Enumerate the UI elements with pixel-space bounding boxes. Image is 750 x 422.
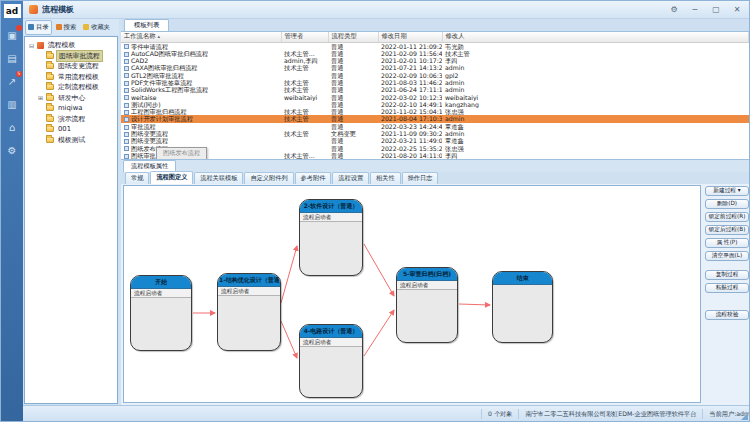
table-row[interactable]: 审批流程普通2022-03-23 14:24:40覃道鑫 (121, 123, 749, 130)
modifier-cell: admin (442, 86, 749, 93)
column-header[interactable]: 修改日期 (378, 32, 442, 42)
table-row[interactable]: 图纸发布流程普通2022-02-25 15:35:27张忠强 (121, 145, 749, 152)
manager-cell (281, 145, 328, 152)
flow-node-circuit-design[interactable]: 4-电路设计（普通）流程启动者 (299, 324, 363, 398)
modifier-cell: 覃道鑫 (442, 137, 749, 144)
manager-cell (281, 123, 328, 130)
workflow-icon (124, 117, 129, 122)
side-buttons: 新建过程 ▾删除(D)锁定前过程(R)锁定后过程(B)属 性(P)清空界面(L)… (705, 186, 749, 323)
flow-action-button[interactable]: 清空界面(L) (705, 251, 749, 261)
flow-node-structure-design[interactable]: 1-结构优化设计（普通）流程启动者 (217, 273, 281, 351)
flow-action-button[interactable]: 删除(D) (705, 199, 749, 209)
tree-item[interactable]: 演示流程 (25, 114, 117, 125)
flow-action-button[interactable]: 复制过程 (705, 270, 749, 280)
maximize-control-icon[interactable]: ▢ (710, 5, 722, 14)
expander-icon[interactable]: ⊟ (28, 42, 35, 49)
properties-tab[interactable]: 自定义附件列 (244, 172, 293, 184)
tree-item[interactable]: 定制流程模板 (25, 82, 117, 93)
column-header[interactable]: 修改人 (442, 32, 749, 42)
table-row[interactable]: weitaiseweibaitaiyi普通2022-03-02 10:12:36… (121, 94, 749, 101)
template-list-tab[interactable]: 模板列表 (124, 19, 169, 31)
company-label: 南宁市二零二五科技有限公司彩虹EDM-企业图纸管理软件平台 (518, 409, 702, 419)
settings-control-icon[interactable]: ⚙ (668, 5, 680, 14)
folder-icon (46, 105, 54, 111)
tree-item[interactable]: 模板测试 (25, 135, 117, 146)
template-table-wrap: 工作流名称▴管理者流程类型修改日期修改人 零件申请流程普通2022-01-11 … (121, 32, 749, 159)
settings-icon[interactable]: ⚙ (1, 139, 23, 162)
flow-action-button[interactable]: 锁定后过程(B) (705, 225, 749, 235)
expander-icon[interactable]: ⊞ (37, 94, 44, 101)
directory-tab[interactable]: 目录 (25, 20, 52, 35)
properties-tab[interactable]: 参考附件 (295, 172, 332, 184)
folder-icon (46, 63, 54, 69)
properties-tab[interactable]: 流程关联模板 (194, 172, 243, 184)
flow-node-review-archive[interactable]: 5-审查归档(归档)流程启动者 (396, 267, 458, 343)
properties-tab[interactable]: 常规 (125, 172, 149, 184)
table-row[interactable]: 设计开发计划审批流程技术主管普通2021-08-04 17:10:36admin (121, 115, 749, 122)
column-header[interactable]: 流程类型 (328, 32, 378, 42)
manager-cell (281, 42, 328, 50)
workflow-icon (124, 59, 129, 64)
content-panel: 模板列表 工作流名称▴管理者流程类型修改日期修改人 零件申请流程普通2022-0… (121, 19, 749, 405)
type-cell: 普通 (328, 101, 378, 108)
search-tab[interactable]: 搜索 (53, 20, 80, 35)
table-row[interactable]: 零件申请流程普通2022-01-11 21:09:29韦光勋 (121, 42, 749, 50)
column-header[interactable]: 管理者 (281, 32, 328, 42)
table-row[interactable]: AutoCAD图纸审批归档流程技术主管...普通2021-02-09 11:56… (121, 50, 749, 57)
favorites-tab[interactable]: 收藏夹 (80, 20, 113, 35)
manager-cell (281, 101, 328, 108)
flow-node-software-design[interactable]: 2-软件设计（普通）流程启动者 (299, 199, 363, 276)
tree-item[interactable]: 图纸审批流程 (25, 51, 117, 62)
folder-tree: ⊟流程模板图纸审批流程图纸变更流程常用流程模板定制流程模板⊞研发中心miqiwa… (24, 36, 118, 404)
table-row[interactable]: CAD2admin,李四普通2021-02-01 10:17:29李四 (121, 57, 749, 64)
workflow-icon (124, 125, 129, 130)
tree-root-label: 流程模板 (46, 40, 77, 50)
table-row[interactable]: CAXA图纸审批归档流程技术主管普通2021-07-21 14:13:21adm… (121, 64, 749, 71)
minimize-control-icon[interactable]: ─ (689, 5, 701, 14)
resize-grip[interactable] (741, 413, 748, 420)
properties-tab[interactable]: 流程图定义 (150, 171, 193, 184)
table-row[interactable]: 测试(同步)普通2022-02-10 14:49:12kangzhang (121, 101, 749, 108)
properties-tab[interactable]: 相关性 (370, 172, 401, 184)
table-row[interactable]: SolidWorks工程图审批流程技术主管普通2021-06-24 17:11:… (121, 86, 749, 93)
table-row[interactable]: 图纸审批技术主管...普通2021-08-20 14:11:08李四 (121, 152, 749, 159)
documents-icon[interactable]: ▤ (1, 47, 23, 70)
modified-date-cell: 2021-07-21 14:13:21 (378, 64, 442, 71)
properties-tab[interactable]: 流程设置 (332, 172, 369, 184)
modified-date-cell: 2022-03-02 10:12:36 (378, 94, 442, 101)
flow-node-end[interactable]: 结束 (492, 271, 553, 343)
copy-icon[interactable]: ▥ (1, 93, 23, 116)
modifier-cell: 技术主管 (442, 50, 749, 57)
flow-node-subtitle: 流程启动者 (300, 213, 362, 222)
flow-action-button[interactable]: 属 性(P) (705, 238, 749, 248)
flow-action-button[interactable]: 锁定前过程(R) (705, 212, 749, 222)
flow-action-button[interactable]: 流程校验 (705, 310, 749, 320)
modifier-cell: 张忠强 (442, 108, 749, 115)
folder-icon (46, 95, 54, 101)
tree-item[interactable]: 图纸变更流程 (25, 61, 117, 72)
activity-chart-icon[interactable]: ↗5 (1, 70, 23, 93)
flow-canvas[interactable]: 开始流程启动者1-结构优化设计（普通）流程启动者2-软件设计（普通）流程启动者4… (123, 185, 701, 403)
properties-body: 开始流程启动者1-结构优化设计（普通）流程启动者2-软件设计（普通）流程启动者4… (121, 184, 749, 405)
tree-item[interactable]: 常用流程模板 (25, 72, 117, 83)
table-row[interactable]: GTL2图纸审批流程普通2022-02-09 10:06:32gpl2 (121, 72, 749, 79)
tree-item[interactable]: miqiwa (25, 103, 117, 114)
properties-tab[interactable]: 操作日志 (402, 172, 439, 184)
table-row[interactable]: 图纸变更流程技术主管文档变更2021-11-09 09:30:24admin (121, 130, 749, 137)
flow-action-button[interactable]: 粘贴过程 (705, 283, 749, 293)
flow-action-button[interactable]: 新建过程 ▾ (705, 186, 749, 196)
table-row[interactable]: 工程图审批归档流程技术主管普通2021-11-02 15:04:17张忠强 (121, 108, 749, 115)
flow-node-start[interactable]: 开始流程启动者 (130, 275, 192, 351)
manager-cell: weibaitaiyi (281, 94, 328, 101)
flow-node-title: 4-电路设计（普通） (300, 325, 362, 338)
table-row[interactable]: PDF文件审批签章流程技术主管普通2021-08-03 11:46:21admi… (121, 79, 749, 86)
table-row[interactable]: 图纸变更流程普通2022-03-21 11:49:05覃道鑫 (121, 137, 749, 144)
workspace-icon[interactable]: ▣ (1, 24, 23, 47)
close-control-icon[interactable]: ✕ (731, 5, 743, 14)
organization-icon[interactable]: ⌂ (1, 116, 23, 139)
tree-item-label: 图纸审批流程 (56, 50, 103, 62)
column-header[interactable]: 工作流名称▴ (121, 32, 281, 42)
tree-item[interactable]: 001 (25, 124, 117, 135)
properties-panel: 流程模板属性 常规流程图定义流程关联模板自定义附件列参考附件流程设置相关性操作日… (121, 159, 749, 405)
tree-item[interactable]: ⊞研发中心 (25, 93, 117, 104)
